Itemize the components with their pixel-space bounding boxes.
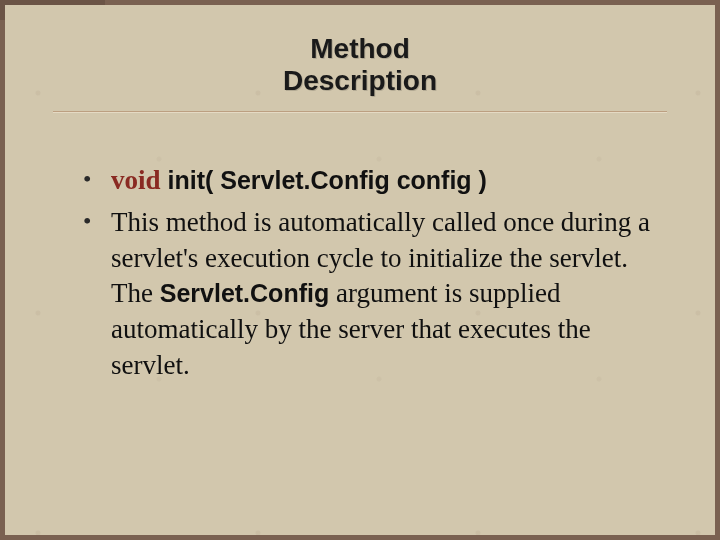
slide-frame: Method Description void init( Servlet.Co… (0, 0, 720, 540)
slide-body: Method Description void init( Servlet.Co… (5, 5, 715, 535)
bullet-list: void init( Servlet.Config config ) This … (53, 163, 667, 383)
description-code: Servlet.Config (160, 279, 329, 307)
signature-text: init( Servlet.Config config ) (161, 166, 487, 194)
title-divider (53, 111, 667, 113)
keyword-void: void (111, 165, 161, 195)
bullet-description: This method is automatically called once… (83, 205, 657, 383)
bullet-signature: void init( Servlet.Config config ) (83, 163, 657, 199)
slide-title: Method Description (53, 33, 667, 97)
